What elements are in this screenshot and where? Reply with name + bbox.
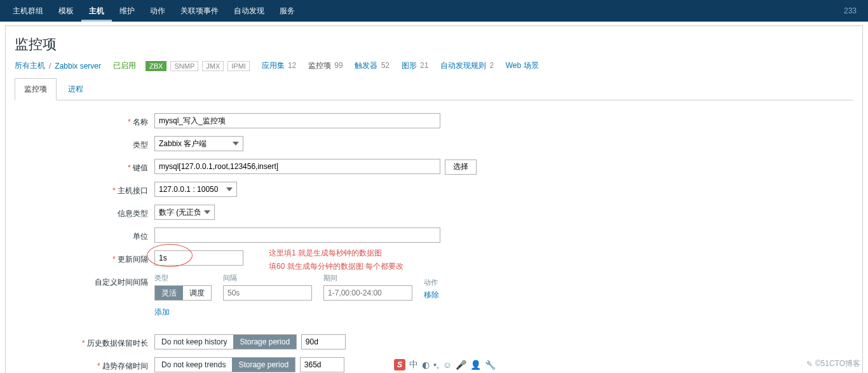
ime-toolbar: S 中 ◐ •, ☺ 🎤 👤 🔧: [394, 359, 496, 370]
button-key-select[interactable]: 选择: [445, 159, 477, 175]
label-interface: 主机接口: [15, 179, 154, 202]
seg-trends-storage[interactable]: Storage period: [232, 358, 295, 372]
segmented-history[interactable]: Do not keep history Storage period: [154, 334, 297, 349]
tag-zbx: ZBX: [146, 61, 166, 71]
seg-history-storage[interactable]: Storage period: [233, 335, 296, 349]
nav-actions[interactable]: 动作: [142, 0, 173, 22]
label-type: 类型: [15, 133, 154, 156]
nav-templates[interactable]: 模板: [51, 0, 81, 22]
metric-discovery[interactable]: 自动发现规则 2: [440, 60, 494, 71]
nav-hostgroups[interactable]: 主机群组: [5, 0, 51, 22]
label-trends: 趋势存储时间: [15, 355, 154, 373]
link-add-interval[interactable]: 添加: [154, 308, 170, 316]
link-remove-interval[interactable]: 移除: [424, 290, 439, 299]
label-custom-intervals: 自定义时间间隔: [15, 271, 154, 320]
ime-zh-icon[interactable]: 中: [409, 359, 418, 370]
metric-graphs[interactable]: 图形 21: [402, 60, 429, 71]
tab-process[interactable]: 进程: [58, 78, 93, 100]
label-history: 历史数据保留时长: [15, 332, 154, 355]
select-type[interactable]: Zabbix 客户端: [154, 136, 243, 151]
crumb-host[interactable]: Zabbix server: [55, 62, 101, 71]
segmented-trends[interactable]: Do not keep trends Storage period: [154, 357, 295, 372]
metric-triggers[interactable]: 触发器 52: [355, 60, 390, 71]
tag-ipmi: IPMI: [227, 61, 250, 71]
seg-flexible[interactable]: 灵活: [155, 286, 183, 300]
input-history-period[interactable]: [301, 334, 346, 349]
nav-maintenance[interactable]: 维护: [112, 0, 142, 22]
annotation-text: 这里填1 就是生成每秒钟的数据图填60 就生成每分钟的数据图 每个都要改: [269, 247, 403, 273]
metric-web[interactable]: Web 场景: [506, 60, 539, 71]
seg-trends-none[interactable]: Do not keep trends: [155, 358, 232, 372]
label-key: 键值: [15, 156, 154, 179]
crumb-sep: /: [49, 62, 51, 71]
col-header-period: 期间: [323, 273, 412, 283]
ime-user-icon[interactable]: 👤: [470, 360, 481, 370]
col-header-action: 动作: [424, 278, 439, 287]
status-enabled: 已启用: [113, 60, 136, 71]
nav-services[interactable]: 服务: [272, 0, 302, 22]
col-header-interval: 间隔: [223, 273, 312, 283]
input-key[interactable]: [154, 159, 440, 174]
watermark-icon: ✎: [806, 360, 813, 369]
label-info-type: 信息类型: [15, 202, 154, 225]
label-update-interval: 更新间隔: [15, 248, 154, 271]
input-name[interactable]: [154, 113, 440, 128]
label-unit: 单位: [15, 225, 154, 248]
ime-punct-icon[interactable]: •,: [433, 360, 439, 370]
select-info-type[interactable]: 数字 (无正负): [154, 205, 215, 220]
col-header-type: 类型: [154, 273, 212, 283]
item-form: 名称 类型 Zabbix 客户端 键值 选择 主机接口 127.0.0.1 : …: [15, 111, 477, 373]
tabs: 监控项 进程: [15, 78, 853, 100]
watermark: ✎ ©51CTO博客: [806, 358, 860, 369]
input-custom-interval[interactable]: [223, 285, 312, 301]
input-custom-period[interactable]: [323, 285, 412, 301]
metric-items[interactable]: 监控项 99: [308, 60, 343, 71]
input-trends-period[interactable]: [300, 357, 344, 372]
tag-snmp: SNMP: [170, 61, 198, 71]
ime-logo-icon[interactable]: S: [394, 359, 405, 370]
segmented-flex-sched[interactable]: 灵活 调度: [154, 285, 212, 301]
crumb-all-hosts[interactable]: 所有主机: [15, 60, 45, 71]
nav-discovery[interactable]: 自动发现: [226, 0, 272, 22]
page-title: 监控项: [15, 35, 853, 54]
nav-correlation[interactable]: 关联项事件: [173, 0, 226, 22]
ime-moon-icon[interactable]: ◐: [422, 360, 430, 370]
input-unit[interactable]: [154, 227, 440, 243]
seg-history-none[interactable]: Do not keep history: [155, 335, 233, 349]
select-interface[interactable]: 127.0.0.1 : 10050: [154, 182, 237, 197]
label-name: 名称: [15, 111, 154, 133]
tag-jmx: JMX: [202, 61, 224, 71]
seg-scheduling[interactable]: 调度: [183, 286, 211, 300]
metric-appset[interactable]: 应用集 12: [262, 60, 297, 71]
top-nav: 主机群组 模板 主机 维护 动作 关联项事件 自动发现 服务 233: [0, 0, 868, 22]
ime-mic-icon[interactable]: 🎤: [456, 360, 466, 370]
ime-tool-icon[interactable]: 🔧: [485, 360, 496, 370]
tab-item[interactable]: 监控项: [15, 78, 57, 100]
ime-face-icon[interactable]: ☺: [443, 360, 452, 370]
nav-hosts[interactable]: 主机: [81, 0, 112, 22]
breadcrumb: 所有主机 / Zabbix server 已启用 ZBX SNMP JMX IP…: [15, 60, 853, 71]
annotation-circle: [147, 244, 193, 267]
top-right-count: 233: [844, 6, 857, 15]
